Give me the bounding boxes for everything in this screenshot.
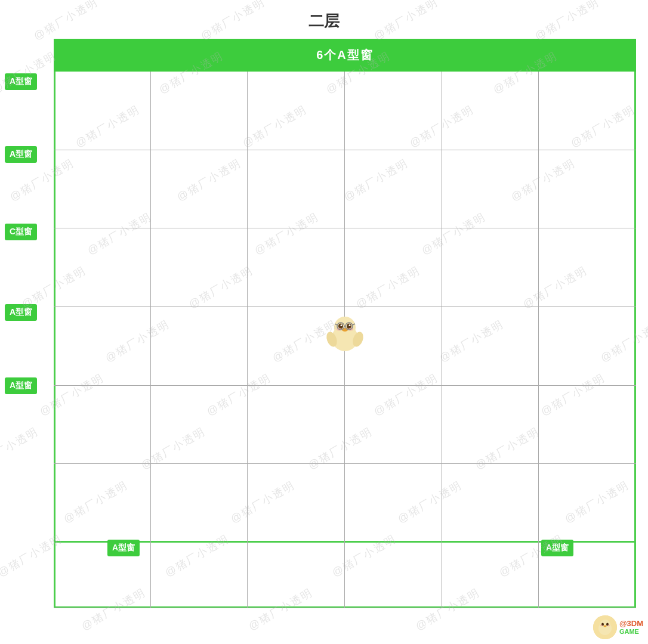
grid-cell <box>151 464 248 543</box>
grid-cell <box>248 228 345 307</box>
grid-cell <box>539 464 636 543</box>
grid-cell <box>442 464 539 543</box>
svg-point-6 <box>342 328 348 332</box>
top-banner: 6个A型窗 <box>54 39 636 72</box>
logo-mascot-icon <box>593 615 617 639</box>
grid-cell <box>539 307 636 386</box>
grid-cell <box>539 150 636 229</box>
window-label-left-4: A型窗 <box>5 304 37 321</box>
grid-cell <box>442 72 539 150</box>
window-label-left-2: A型窗 <box>5 146 37 163</box>
svg-point-23 <box>607 625 610 626</box>
grid-cell <box>54 386 151 465</box>
logo-area: @3DM GAME <box>593 615 643 639</box>
grid-cell <box>539 72 636 150</box>
bottom-grid-cell <box>442 543 539 608</box>
grid-cell <box>442 307 539 386</box>
grid-cell <box>54 228 151 307</box>
floor-plan: 6个A型窗 <box>54 39 636 608</box>
svg-point-21 <box>603 626 606 627</box>
svg-point-3 <box>341 324 342 326</box>
bottom-grid-cell <box>248 543 345 608</box>
grid-cell <box>248 150 345 229</box>
svg-point-22 <box>600 625 603 626</box>
grid-cell <box>442 228 539 307</box>
grid-cell <box>345 150 442 229</box>
grid-cell <box>345 72 442 150</box>
page-title: 二层 <box>0 0 648 38</box>
grid-cell <box>54 307 151 386</box>
mascot <box>321 309 369 357</box>
grid-cell <box>248 464 345 543</box>
window-label-left-3: C型窗 <box>5 224 37 240</box>
grid-cell <box>151 72 248 150</box>
grid-cell <box>539 228 636 307</box>
grid-cell <box>539 386 636 465</box>
bottom-grid-cell <box>345 543 442 608</box>
grid-cell <box>442 150 539 229</box>
window-label-bottom-right: A型窗 <box>541 540 573 556</box>
grid-cell <box>248 386 345 465</box>
logo-3dm: @3DM <box>619 619 643 628</box>
grid-cell <box>54 72 151 150</box>
main-grid <box>54 72 636 543</box>
window-label-left-1: A型窗 <box>5 73 37 90</box>
top-banner-text: 6个A型窗 <box>316 47 374 63</box>
grid-cell <box>54 150 151 229</box>
grid-cell <box>151 150 248 229</box>
grid-cell <box>151 307 248 386</box>
grid-cell <box>442 386 539 465</box>
window-label-bottom-left: A型窗 <box>107 540 140 556</box>
grid-cell <box>151 228 248 307</box>
logo-game: GAME <box>619 628 643 636</box>
grid-cell <box>345 386 442 465</box>
bottom-grid-cell <box>151 543 248 608</box>
logo-text: @3DM GAME <box>619 619 643 636</box>
watermark: @猪厂小透明 <box>0 425 41 473</box>
grid-cell <box>248 72 345 150</box>
grid-cell <box>151 386 248 465</box>
grid-cell <box>54 464 151 543</box>
grid-cell <box>345 228 442 307</box>
svg-point-5 <box>349 324 351 326</box>
window-label-left-5: A型窗 <box>5 377 37 394</box>
grid-cell <box>345 464 442 543</box>
